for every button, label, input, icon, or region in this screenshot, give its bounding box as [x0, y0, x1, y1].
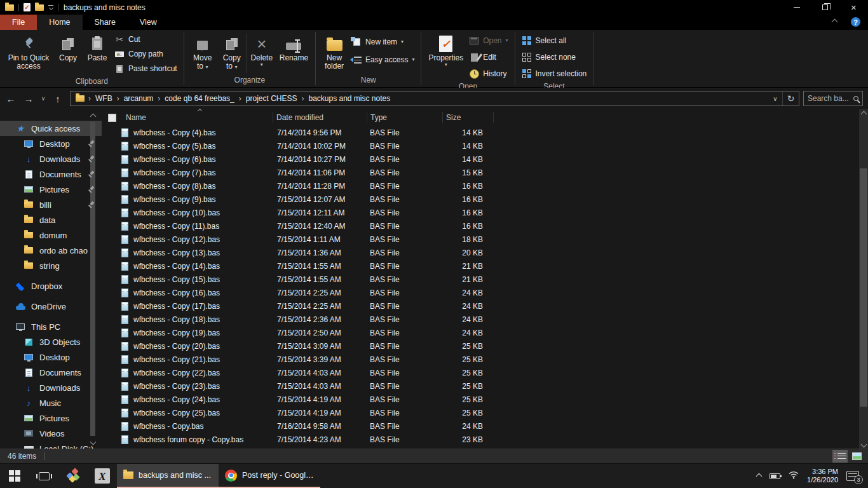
column-header-name[interactable]: Name — [123, 112, 273, 123]
wifi-icon[interactable] — [789, 470, 799, 482]
breadcrumb-segment[interactable]: backups and misc notes — [304, 92, 395, 105]
file-row[interactable]: wfbchess - Copy (17).bas7/15/2014 2:25 A… — [102, 299, 859, 313]
file-row[interactable]: wfbchess - Copy (18).bas7/15/2014 2:36 A… — [102, 313, 859, 326]
close-button[interactable]: × — [839, 0, 868, 15]
up-button[interactable]: ↑ — [50, 91, 66, 106]
rename-button[interactable]: Rename — [276, 32, 311, 75]
file-row[interactable]: wfbchess - Copy (24).bas7/15/2014 4:19 A… — [102, 393, 859, 406]
copy-button[interactable]: Copy — [53, 32, 83, 76]
sidebar-item-3d-objects[interactable]: 3D Objects — [0, 334, 102, 349]
scrollbar-thumb[interactable] — [860, 168, 867, 407]
new-folder-button[interactable]: New folder — [320, 32, 349, 75]
qat-customize-icon[interactable] — [48, 5, 53, 10]
tab-file[interactable]: File — [0, 15, 37, 30]
sidebar-item-downloads[interactable]: ↓Downloads — [0, 380, 102, 395]
file-row[interactable]: wfbchess - Copy (16).bas7/15/2014 2:25 A… — [102, 286, 859, 299]
task-view-button[interactable] — [29, 464, 58, 488]
sidebar-item-local-disk-c[interactable]: Local Disk (C:) — [0, 441, 102, 449]
file-row[interactable]: wfbchess - Copy (22).bas7/15/2014 4:03 A… — [102, 366, 859, 379]
address-dropdown-icon[interactable]: ∨ — [768, 95, 782, 102]
pinned-app-diamonds[interactable] — [58, 464, 88, 488]
sidebar-item-pictures[interactable]: Pictures — [0, 410, 102, 426]
select-none-button[interactable]: Select none — [522, 51, 587, 64]
file-row[interactable]: wfbchess - Copy (12).bas7/15/2014 1:11 A… — [102, 233, 859, 246]
paste-shortcut-button[interactable]: Paste shortcut — [114, 62, 177, 75]
cut-button[interactable]: ✂ Cut — [114, 33, 177, 46]
back-button[interactable]: ← — [3, 91, 19, 106]
breadcrumb-segment[interactable]: code qb 64 freebas_ — [160, 92, 238, 105]
file-row[interactable]: wfbchess - Copy (6).bas7/14/2014 10:27 P… — [102, 152, 859, 166]
edit-button[interactable]: Edit — [469, 51, 508, 64]
file-row[interactable]: wfbchess - Copy (7).bas7/14/2014 11:06 P… — [102, 166, 859, 179]
forward-button[interactable]: → — [20, 91, 37, 106]
invert-selection-button[interactable]: Invert selection — [522, 67, 587, 80]
column-header-date-modified[interactable]: Date modified — [273, 112, 367, 123]
taskbar-explorer-task[interactable]: backups and misc ... — [117, 464, 219, 488]
scroll-down-icon[interactable] — [90, 438, 95, 445]
scroll-up-icon[interactable] — [861, 111, 866, 117]
address-bar[interactable]: › WFB›arcanum›code qb 64 freebas_›projec… — [70, 91, 799, 106]
easy-access-button[interactable]: Easy access▾ — [351, 53, 414, 66]
tab-home[interactable]: Home — [37, 15, 82, 30]
scroll-down-icon[interactable] — [861, 441, 866, 447]
file-row[interactable]: wfbchess - Copy (15).bas7/15/2014 1:55 A… — [102, 273, 859, 286]
file-row[interactable]: wfbchess - Copy (25).bas7/15/2014 4:19 A… — [102, 406, 859, 419]
pin-to-quick-access-button[interactable]: Pin to Quick access — [4, 32, 53, 76]
sidebar-item-billi[interactable]: billi — [0, 197, 102, 212]
file-row[interactable]: wfbchess - Copy (23).bas7/15/2014 4:03 A… — [102, 379, 859, 393]
file-row[interactable]: wfbchess - Copy (13).bas7/15/2014 1:36 A… — [102, 246, 859, 259]
taskbar-clock[interactable]: 3:36 PM 1/26/2020 — [807, 468, 838, 484]
sidebar-item-pictures[interactable]: Pictures — [0, 182, 102, 197]
file-row[interactable]: wfbchess - Copy (11).bas7/15/2014 12:40 … — [102, 219, 859, 233]
file-row[interactable]: wfbchess - Copy (4).bas7/14/2014 9:56 PM… — [102, 126, 859, 139]
column-header-size[interactable]: Size — [443, 112, 494, 123]
taskbar-chrome-task[interactable]: Post reply - Google... — [219, 464, 320, 488]
delete-button[interactable]: × Delete ▾ — [247, 32, 276, 75]
sidebar-item-documents[interactable]: Documents — [0, 365, 102, 380]
battery-icon[interactable] — [770, 473, 780, 479]
details-view-button[interactable] — [832, 450, 848, 463]
qat-properties-icon[interactable]: ✓ — [24, 3, 31, 11]
file-row[interactable]: wfbchess - Copy (14).bas7/15/2014 1:55 A… — [102, 259, 859, 273]
qat-new-folder-icon[interactable] — [35, 4, 44, 11]
recent-locations-icon[interactable]: ∨ — [38, 91, 48, 106]
sidebar-item-data[interactable]: data — [0, 212, 102, 227]
file-row[interactable]: wfbchess - Copy (21).bas7/15/2014 3:39 A… — [102, 353, 859, 366]
notification-center-button[interactable]: 3 — [846, 471, 859, 481]
thumbnails-view-button[interactable] — [849, 450, 864, 463]
file-row[interactable]: wfbchess - Copy (8).bas7/14/2014 11:28 P… — [102, 179, 859, 193]
tab-view[interactable]: View — [128, 15, 169, 30]
sidebar-item-quick-access[interactable]: ★Quick access — [0, 121, 102, 136]
move-to-button[interactable]: Move to ▾ — [188, 32, 217, 75]
file-row[interactable]: wfbchess - Copy (20).bas7/15/2014 3:09 A… — [102, 339, 859, 353]
sidebar-item-desktop[interactable]: Desktop — [0, 349, 102, 365]
sidebar-item-desktop[interactable]: Desktop — [0, 136, 102, 151]
breadcrumb-segment[interactable]: arcanum — [119, 92, 158, 105]
file-row[interactable]: wfbchess - Copy (19).bas7/15/2014 2:50 A… — [102, 326, 859, 339]
paste-button[interactable]: Paste — [83, 32, 112, 76]
sidebar-item-string[interactable]: string — [0, 258, 102, 273]
history-button[interactable]: History — [469, 67, 508, 80]
help-icon[interactable]: ? — [851, 17, 860, 27]
breadcrumb-segment[interactable]: WFB — [91, 92, 117, 105]
copy-path-button[interactable]: w.. Copy path — [114, 48, 177, 60]
search-box[interactable] — [803, 91, 863, 106]
start-button[interactable] — [0, 464, 29, 488]
sidebar-item-videos[interactable]: Videos — [0, 426, 102, 441]
properties-button[interactable]: ✓ Properties ▾ — [425, 32, 466, 81]
open-button[interactable]: Open▾ — [469, 34, 508, 47]
copy-to-button[interactable]: Copy to ▾ — [217, 32, 247, 75]
scrollbar-thumb[interactable] — [90, 122, 95, 436]
sidebar-item-dropbox[interactable]: Dropbox — [0, 278, 102, 294]
file-row[interactable]: wfbchess forum copy - Copy.bas7/15/2014 … — [102, 433, 859, 446]
sidebar-item-documents[interactable]: Documents — [0, 166, 102, 182]
sidebar-item-domum[interactable]: domum — [0, 227, 102, 243]
new-item-button[interactable]: New item▾ — [351, 36, 414, 48]
restore-button[interactable] — [811, 0, 839, 15]
refresh-icon[interactable]: ↻ — [782, 92, 799, 105]
scroll-up-icon[interactable] — [90, 113, 95, 119]
tab-share[interactable]: Share — [83, 15, 128, 30]
select-all-button[interactable]: Select all — [522, 34, 587, 47]
tray-expand-icon[interactable] — [757, 474, 761, 478]
sidebar-item-this-pc[interactable]: This PC — [0, 319, 102, 334]
